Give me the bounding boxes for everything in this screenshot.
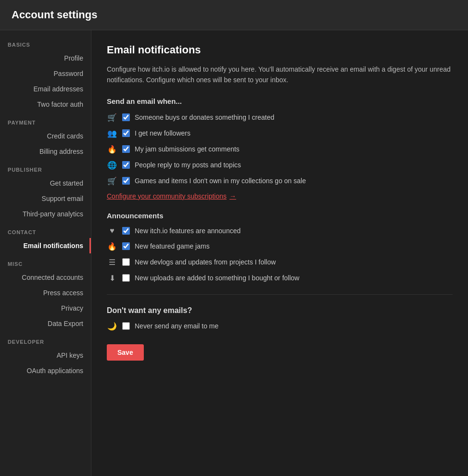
new-features-icon: ♥ xyxy=(107,226,117,235)
main-layout: BASICSProfilePasswordEmail addressesTwo … xyxy=(0,30,468,476)
dont-want-heading: Don't want any emails? xyxy=(107,306,453,315)
announcement-row-featured-jams: 🔥New featured game jams xyxy=(107,242,453,251)
sidebar-item-profile[interactable]: Profile xyxy=(0,50,91,66)
sidebar-section-publisher: PUBLISHER xyxy=(0,159,91,175)
games-sale-checkbox[interactable] xyxy=(122,177,130,185)
main-content: Email notifications Configure how itch.i… xyxy=(91,30,468,476)
send-when-row-reply-posts: 🌐People reply to my posts and topics xyxy=(107,161,453,170)
send-when-row-new-followers: 👥I get new followers xyxy=(107,129,453,138)
sidebar-section-payment: PAYMENT xyxy=(0,112,91,128)
sidebar-item-email-notifications[interactable]: Email notifications xyxy=(0,238,91,253)
featured-jams-checkbox[interactable] xyxy=(122,242,130,250)
devlogs-label[interactable]: New devlogs and updates from projects I … xyxy=(135,258,276,266)
announcements-list: ♥New itch.io features are announced🔥New … xyxy=(107,226,453,283)
never-send-row: 🌙 Never send any email to me xyxy=(107,322,453,331)
sidebar-section-contact: CONTACT xyxy=(0,222,91,238)
reply-posts-checkbox[interactable] xyxy=(122,161,130,169)
buys-donates-checkbox[interactable] xyxy=(122,113,130,121)
sidebar-item-privacy[interactable]: Privacy xyxy=(0,301,91,316)
sidebar-item-email-addresses[interactable]: Email addresses xyxy=(0,81,91,97)
sidebar: BASICSProfilePasswordEmail addressesTwo … xyxy=(0,30,91,476)
reply-posts-icon: 🌐 xyxy=(107,161,117,170)
page-title: Email notifications xyxy=(107,44,453,56)
new-uploads-checkbox[interactable] xyxy=(122,274,130,282)
sidebar-item-third-party-analytics[interactable]: Third-party analytics xyxy=(0,206,91,222)
app-title: Account settings xyxy=(12,9,456,21)
devlogs-icon: ☰ xyxy=(107,258,117,267)
never-send-label[interactable]: Never send any email to me xyxy=(135,322,218,330)
featured-jams-label[interactable]: New featured game jams xyxy=(135,242,210,250)
games-sale-icon: 🛒 xyxy=(107,176,117,186)
save-button[interactable]: Save xyxy=(107,344,144,361)
sidebar-item-support-email[interactable]: Support email xyxy=(0,191,91,206)
page-description: Configure how itch.io is allowed to noti… xyxy=(107,64,453,86)
sidebar-section-misc: MISC xyxy=(0,253,91,270)
new-features-label[interactable]: New itch.io features are announced xyxy=(135,227,240,235)
send-when-row-jam-comments: 🔥My jam submissions get comments xyxy=(107,145,453,154)
sidebar-item-two-factor-auth[interactable]: Two factor auth xyxy=(0,97,91,112)
announcements-heading: Announcements xyxy=(107,212,453,220)
buys-donates-label[interactable]: Someone buys or donates something I crea… xyxy=(135,113,274,121)
sidebar-item-password[interactable]: Password xyxy=(0,66,91,81)
app-header: Account settings xyxy=(0,0,468,30)
sidebar-item-api-keys[interactable]: API keys xyxy=(0,348,91,363)
announcement-row-new-uploads: ⬇New uploads are added to something I bo… xyxy=(107,274,453,283)
featured-jams-icon: 🔥 xyxy=(107,242,117,251)
configure-community-link[interactable]: Configure your community subscriptions → xyxy=(107,192,236,200)
new-features-checkbox[interactable] xyxy=(122,227,130,235)
sidebar-section-basics: BASICS xyxy=(0,34,91,50)
sidebar-item-get-started[interactable]: Get started xyxy=(0,175,91,191)
buys-donates-icon: 🛒 xyxy=(107,113,117,122)
send-when-row-games-sale: 🛒Games and items I don't own in my colle… xyxy=(107,176,453,186)
games-sale-label[interactable]: Games and items I don't own in my collec… xyxy=(135,177,306,185)
sidebar-item-press-access[interactable]: Press access xyxy=(0,285,91,301)
new-followers-checkbox[interactable] xyxy=(122,129,130,137)
sidebar-item-data-export[interactable]: Data Export xyxy=(0,316,91,331)
announcement-row-devlogs: ☰New devlogs and updates from projects I… xyxy=(107,258,453,267)
jam-comments-label[interactable]: My jam submissions get comments xyxy=(135,145,240,153)
devlogs-checkbox[interactable] xyxy=(122,258,130,266)
sidebar-item-connected-accounts[interactable]: Connected accounts xyxy=(0,270,91,285)
new-followers-icon: 👥 xyxy=(107,129,117,138)
divider xyxy=(107,294,453,295)
new-uploads-icon: ⬇ xyxy=(107,274,117,283)
send-when-list: 🛒Someone buys or donates something I cre… xyxy=(107,113,453,186)
jam-comments-icon: 🔥 xyxy=(107,145,117,154)
sidebar-item-oauth-applications[interactable]: OAuth applications xyxy=(0,363,91,378)
new-followers-label[interactable]: I get new followers xyxy=(135,129,190,137)
sidebar-item-billing-address[interactable]: Billing address xyxy=(0,144,91,159)
send-when-row-buys-donates: 🛒Someone buys or donates something I cre… xyxy=(107,113,453,122)
reply-posts-label[interactable]: People reply to my posts and topics xyxy=(135,161,241,169)
send-when-heading: Send an email when... xyxy=(107,97,453,105)
never-send-checkbox[interactable] xyxy=(122,322,130,330)
sidebar-section-developer: DEVELOPER xyxy=(0,331,91,348)
jam-comments-checkbox[interactable] xyxy=(122,145,130,153)
moon-icon: 🌙 xyxy=(107,322,117,331)
save-area: Save xyxy=(107,340,453,361)
sidebar-item-credit-cards[interactable]: Credit cards xyxy=(0,128,91,144)
new-uploads-label[interactable]: New uploads are added to something I bou… xyxy=(135,274,299,282)
announcement-row-new-features: ♥New itch.io features are announced xyxy=(107,226,453,235)
